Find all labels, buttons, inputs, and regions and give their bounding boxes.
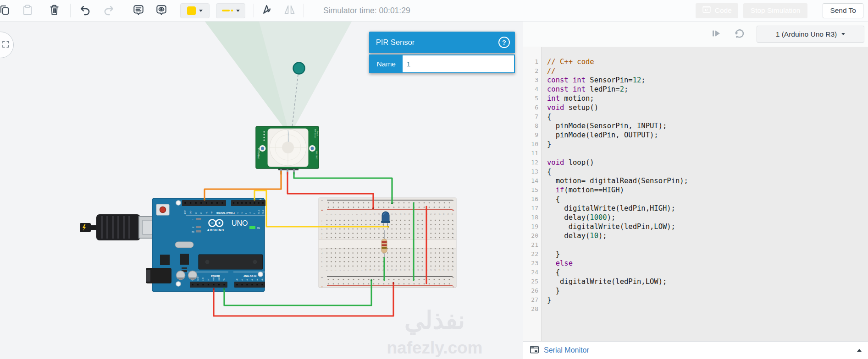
svg-text:22: 22 <box>417 269 419 271</box>
svg-text:19: 19 <box>404 213 406 215</box>
stop-simulation-button[interactable]: Stop Simulation <box>743 3 808 18</box>
serial-monitor-bar[interactable]: Serial Monitor <box>523 341 868 359</box>
svg-text:19: 19 <box>404 269 406 271</box>
code-line: 9 pinMode(ledPin, OUTPUT); <box>523 131 868 140</box>
power-label: POWER <box>211 275 220 277</box>
svg-text:1: 1 <box>326 270 328 271</box>
svg-text:28: 28 <box>443 213 445 215</box>
svg-text:22: 22 <box>417 213 419 215</box>
code-button[interactable]: Code <box>696 3 738 18</box>
code-line: 3const int SensorPin=12; <box>523 76 868 85</box>
send-to-button[interactable]: Send To <box>823 3 863 18</box>
code-text: { <box>542 167 551 176</box>
code-text: digitalWrite(ledPin,LOW); <box>542 222 675 231</box>
debug-button[interactable] <box>708 26 724 43</box>
svg-text:10: 10 <box>365 269 367 271</box>
redo-button[interactable] <box>101 3 116 18</box>
svg-text:29: 29 <box>448 269 449 271</box>
svg-text:4: 4 <box>339 270 341 271</box>
pin-label: GND <box>190 211 192 214</box>
note-bubble-icon <box>132 4 145 18</box>
serial-monitor-label: Serial Monitor <box>544 346 857 354</box>
pir-detection-cone <box>205 22 352 136</box>
code-line: 17 digitalWrite(ledPin,HIGH); <box>523 204 868 213</box>
pin-label: ~6 <box>237 212 239 214</box>
code-text: motion= digitalRead(SensorPin); <box>542 176 688 185</box>
code-panel-icon <box>702 5 711 16</box>
copy-icon <box>0 4 11 17</box>
code-line: 10} <box>523 140 868 149</box>
color-picker-button[interactable] <box>180 3 210 18</box>
wire-style-button[interactable] <box>216 3 245 18</box>
pir-sensor[interactable]: PARALLAX PIR Sensor Rev B 555-28027 <box>256 126 319 174</box>
svg-text:3: 3 <box>335 214 337 215</box>
motion-target-ball[interactable] <box>293 63 305 74</box>
notes-button[interactable] <box>131 3 146 18</box>
pin-label: 12 <box>200 212 202 214</box>
code-text: // <box>542 66 556 76</box>
code-editor[interactable]: 1// C++ code2//3const int SensorPin=12;4… <box>523 47 868 341</box>
pir-rev-label: Rev B <box>316 131 318 136</box>
serial-monitor-icon <box>530 345 539 356</box>
delete-button[interactable] <box>46 3 62 18</box>
line-number: 23 <box>523 259 542 268</box>
line-number: 9 <box>523 131 542 140</box>
code-line: 11 <box>523 149 868 158</box>
annotation-visibility-button[interactable] <box>154 3 169 18</box>
code-text: else <box>542 259 573 268</box>
toolbar-separator <box>70 4 71 17</box>
pin-label: AREF <box>184 210 186 214</box>
code-text <box>542 305 547 314</box>
svg-text:+: + <box>321 208 323 212</box>
svg-text:25: 25 <box>430 269 432 271</box>
mirror-button[interactable] <box>282 3 297 18</box>
svg-text:2: 2 <box>331 214 332 215</box>
code-text: } <box>542 140 551 149</box>
arduino-board[interactable]: AREFGND1312~11~10~987~6~54~32TX→1RX←0IOR… <box>146 198 265 292</box>
svg-text:12: 12 <box>374 213 376 215</box>
svg-text:نفذلي: نفذلي <box>404 306 465 335</box>
svg-text:10: 10 <box>365 213 367 215</box>
code-line: 1// C++ code <box>523 57 868 66</box>
pin-label: A4 <box>256 278 258 280</box>
rotate-button[interactable] <box>259 3 274 18</box>
breadboard[interactable]: −− ++ −− ++ jjiihhggffeeddccbbaa 1122334… <box>319 198 456 289</box>
code-line: 28 <box>523 305 868 314</box>
line-number: 15 <box>523 185 542 195</box>
line-number: 1 <box>523 57 542 66</box>
restart-simulation-button[interactable] <box>731 26 747 43</box>
paste-button[interactable] <box>20 3 35 18</box>
on-led: ON <box>249 226 260 229</box>
popup-body: Name <box>369 54 515 73</box>
code-text: { <box>542 195 560 204</box>
pir-name-input[interactable] <box>403 55 514 72</box>
pin-label: A0 <box>236 278 238 280</box>
pir-dome <box>270 129 306 166</box>
board-selector-dropdown[interactable]: 1 (Arduino Uno R3) <box>757 26 864 43</box>
pin-label: ~10 <box>211 212 213 214</box>
circuit-canvas[interactable]: AREFGND1312~11~10~987~6~54~32TX→1RX←0IOR… <box>0 22 523 359</box>
svg-text:c: c <box>321 256 322 259</box>
line-number: 25 <box>523 277 542 286</box>
toolbar-separator <box>254 4 254 17</box>
copy-button[interactable] <box>0 3 12 18</box>
svg-text:6: 6 <box>348 270 349 271</box>
wire-orange-signal[interactable] <box>205 171 281 199</box>
svg-text:25: 25 <box>430 213 432 215</box>
undo-button[interactable] <box>77 3 93 18</box>
code-text: int motion; <box>542 94 594 103</box>
svg-text:TX: TX <box>192 226 194 228</box>
code-line: 15 if(motion==HIGH) <box>523 185 868 195</box>
svg-text:8: 8 <box>356 214 358 215</box>
code-line: 23 else <box>523 259 868 268</box>
code-text: } <box>542 286 560 295</box>
simulator-time: Simulator time: 00:01:29 <box>323 6 410 16</box>
chevron-down-icon <box>841 33 845 35</box>
pir-left-label: PARALLAX <box>258 148 260 158</box>
pin-label: A3 <box>251 278 253 280</box>
svg-text:5: 5 <box>343 270 345 271</box>
chevron-up-icon[interactable] <box>857 349 862 352</box>
reset-button[interactable] <box>156 204 169 215</box>
help-icon[interactable]: ? <box>498 37 510 48</box>
line-number: 14 <box>523 176 542 185</box>
